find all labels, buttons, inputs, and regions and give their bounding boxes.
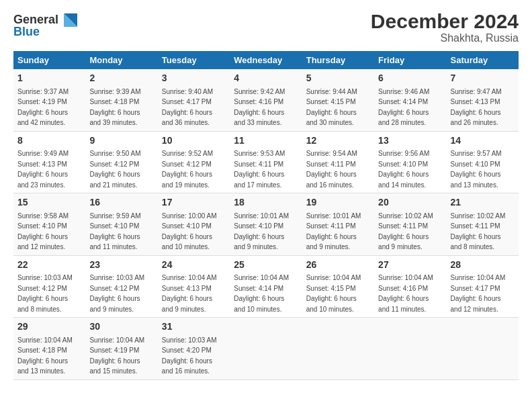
weekday-header-wednesday: Wednesday xyxy=(230,51,302,69)
logo: General Blue xyxy=(13,10,87,43)
day-number: 4 xyxy=(234,72,298,85)
weekday-header-tuesday: Tuesday xyxy=(158,51,230,69)
day-info: Sunrise: 10:04 AM Sunset: 4:13 PM Daylig… xyxy=(162,274,217,313)
day-info: Sunrise: 9:57 AM Sunset: 4:10 PM Dayligh… xyxy=(451,150,502,189)
day-info: Sunrise: 10:02 AM Sunset: 4:11 PM Daylig… xyxy=(451,212,506,251)
day-number: 17 xyxy=(162,196,226,210)
day-number: 22 xyxy=(17,259,81,272)
calendar-cell: 1Sunrise: 9:37 AM Sunset: 4:19 PM Daylig… xyxy=(13,69,85,131)
calendar-cell: 14Sunrise: 9:57 AM Sunset: 4:10 PM Dayli… xyxy=(447,131,519,193)
day-number: 20 xyxy=(378,196,442,210)
calendar-cell: 9Sunrise: 9:50 AM Sunset: 4:12 PM Daylig… xyxy=(85,131,157,193)
day-info: Sunrise: 9:39 AM Sunset: 4:18 PM Dayligh… xyxy=(89,88,140,127)
day-number: 1 xyxy=(17,72,81,85)
day-info: Sunrise: 9:59 AM Sunset: 4:10 PM Dayligh… xyxy=(89,212,140,251)
calendar-cell: 21Sunrise: 10:02 AM Sunset: 4:11 PM Dayl… xyxy=(447,193,519,256)
day-number: 19 xyxy=(306,196,370,210)
day-info: Sunrise: 9:44 AM Sunset: 4:15 PM Dayligh… xyxy=(306,88,357,127)
day-number: 31 xyxy=(162,320,226,334)
calendar-cell xyxy=(374,318,446,380)
calendar-cell: 15Sunrise: 9:58 AM Sunset: 4:10 PM Dayli… xyxy=(13,193,85,256)
calendar-week-row: 15Sunrise: 9:58 AM Sunset: 4:10 PM Dayli… xyxy=(13,193,519,256)
day-info: Sunrise: 10:04 AM Sunset: 4:19 PM Daylig… xyxy=(89,336,144,375)
day-number: 16 xyxy=(89,196,153,210)
day-number: 5 xyxy=(306,72,370,85)
calendar-cell: 30Sunrise: 10:04 AM Sunset: 4:19 PM Dayl… xyxy=(85,318,157,380)
weekday-header-row: SundayMondayTuesdayWednesdayThursdayFrid… xyxy=(13,51,519,69)
calendar-cell xyxy=(302,318,374,380)
day-info: Sunrise: 9:54 AM Sunset: 4:11 PM Dayligh… xyxy=(306,150,357,189)
weekday-header-thursday: Thursday xyxy=(302,51,374,69)
calendar-cell: 5Sunrise: 9:44 AM Sunset: 4:15 PM Daylig… xyxy=(302,69,374,131)
day-info: Sunrise: 10:01 AM Sunset: 4:11 PM Daylig… xyxy=(306,212,361,251)
calendar-cell: 11Sunrise: 9:53 AM Sunset: 4:11 PM Dayli… xyxy=(230,131,302,193)
calendar-cell: 8Sunrise: 9:49 AM Sunset: 4:13 PM Daylig… xyxy=(13,131,85,193)
weekday-header-sunday: Sunday xyxy=(13,51,85,69)
calendar-cell xyxy=(230,318,302,380)
day-info: Sunrise: 9:42 AM Sunset: 4:16 PM Dayligh… xyxy=(234,88,285,127)
weekday-header-saturday: Saturday xyxy=(447,51,519,69)
day-number: 23 xyxy=(89,259,153,272)
day-number: 13 xyxy=(378,134,442,148)
weekday-header-monday: Monday xyxy=(85,51,157,69)
day-number: 6 xyxy=(378,72,442,85)
day-info: Sunrise: 9:56 AM Sunset: 4:10 PM Dayligh… xyxy=(378,150,429,189)
calendar-container: General Blue December 2024 Shakhta, Russ… xyxy=(0,0,532,387)
calendar-cell: 12Sunrise: 9:54 AM Sunset: 4:11 PM Dayli… xyxy=(302,131,374,193)
day-number: 26 xyxy=(306,259,370,272)
calendar-cell: 16Sunrise: 9:59 AM Sunset: 4:10 PM Dayli… xyxy=(85,193,157,256)
calendar-cell: 25Sunrise: 10:04 AM Sunset: 4:14 PM Dayl… xyxy=(230,255,302,318)
calendar-cell: 17Sunrise: 10:00 AM Sunset: 4:10 PM Dayl… xyxy=(158,193,230,256)
calendar-cell: 28Sunrise: 10:04 AM Sunset: 4:17 PM Dayl… xyxy=(447,255,519,318)
calendar-cell: 10Sunrise: 9:52 AM Sunset: 4:12 PM Dayli… xyxy=(158,131,230,193)
calendar-cell: 31Sunrise: 10:03 AM Sunset: 4:20 PM Dayl… xyxy=(158,318,230,380)
calendar-cell: 22Sunrise: 10:03 AM Sunset: 4:12 PM Dayl… xyxy=(13,255,85,318)
calendar-week-row: 29Sunrise: 10:04 AM Sunset: 4:18 PM Dayl… xyxy=(13,318,519,380)
weekday-header-friday: Friday xyxy=(374,51,446,69)
day-number: 12 xyxy=(306,134,370,148)
calendar-cell: 7Sunrise: 9:47 AM Sunset: 4:13 PM Daylig… xyxy=(447,69,519,131)
day-number: 14 xyxy=(451,134,515,148)
day-info: Sunrise: 10:04 AM Sunset: 4:16 PM Daylig… xyxy=(378,274,433,313)
calendar-cell: 2Sunrise: 9:39 AM Sunset: 4:18 PM Daylig… xyxy=(85,69,157,131)
day-number: 25 xyxy=(234,259,298,272)
svg-text:General: General xyxy=(13,13,58,26)
day-number: 2 xyxy=(89,72,153,85)
day-number: 30 xyxy=(89,320,153,334)
day-number: 10 xyxy=(162,134,226,148)
calendar-cell: 23Sunrise: 10:03 AM Sunset: 4:12 PM Dayl… xyxy=(85,255,157,318)
day-number: 11 xyxy=(234,134,298,148)
calendar-title: December 2024 xyxy=(371,10,519,32)
title-block: December 2024 Shakhta, Russia xyxy=(371,10,519,44)
calendar-cell: 20Sunrise: 10:02 AM Sunset: 4:11 PM Dayl… xyxy=(374,193,446,256)
calendar-cell: 6Sunrise: 9:46 AM Sunset: 4:14 PM Daylig… xyxy=(374,69,446,131)
day-number: 9 xyxy=(89,134,153,148)
calendar-cell xyxy=(447,318,519,380)
calendar-cell: 29Sunrise: 10:04 AM Sunset: 4:18 PM Dayl… xyxy=(13,318,85,380)
day-info: Sunrise: 9:50 AM Sunset: 4:12 PM Dayligh… xyxy=(89,150,140,189)
calendar-cell: 18Sunrise: 10:01 AM Sunset: 4:10 PM Dayl… xyxy=(230,193,302,256)
day-info: Sunrise: 10:04 AM Sunset: 4:15 PM Daylig… xyxy=(306,274,361,313)
calendar-cell: 19Sunrise: 10:01 AM Sunset: 4:11 PM Dayl… xyxy=(302,193,374,256)
calendar-cell: 4Sunrise: 9:42 AM Sunset: 4:16 PM Daylig… xyxy=(230,69,302,131)
calendar-subtitle: Shakhta, Russia xyxy=(371,32,519,44)
calendar-week-row: 8Sunrise: 9:49 AM Sunset: 4:13 PM Daylig… xyxy=(13,131,519,193)
day-info: Sunrise: 9:46 AM Sunset: 4:14 PM Dayligh… xyxy=(378,88,429,127)
day-number: 28 xyxy=(451,259,515,272)
day-info: Sunrise: 10:03 AM Sunset: 4:12 PM Daylig… xyxy=(89,274,144,313)
day-info: Sunrise: 9:40 AM Sunset: 4:17 PM Dayligh… xyxy=(162,88,213,127)
calendar-week-row: 1Sunrise: 9:37 AM Sunset: 4:19 PM Daylig… xyxy=(13,69,519,131)
day-number: 29 xyxy=(17,320,81,334)
calendar-cell: 13Sunrise: 9:56 AM Sunset: 4:10 PM Dayli… xyxy=(374,131,446,193)
calendar-week-row: 22Sunrise: 10:03 AM Sunset: 4:12 PM Dayl… xyxy=(13,255,519,318)
day-number: 3 xyxy=(162,72,226,85)
day-info: Sunrise: 9:52 AM Sunset: 4:12 PM Dayligh… xyxy=(162,150,213,189)
calendar-cell: 26Sunrise: 10:04 AM Sunset: 4:15 PM Dayl… xyxy=(302,255,374,318)
day-info: Sunrise: 10:00 AM Sunset: 4:10 PM Daylig… xyxy=(162,212,217,251)
calendar-cell: 3Sunrise: 9:40 AM Sunset: 4:17 PM Daylig… xyxy=(158,69,230,131)
day-number: 21 xyxy=(451,196,515,210)
day-info: Sunrise: 9:53 AM Sunset: 4:11 PM Dayligh… xyxy=(234,150,285,189)
day-number: 24 xyxy=(162,259,226,272)
day-number: 7 xyxy=(451,72,515,85)
calendar-table: SundayMondayTuesdayWednesdayThursdayFrid… xyxy=(13,51,519,380)
